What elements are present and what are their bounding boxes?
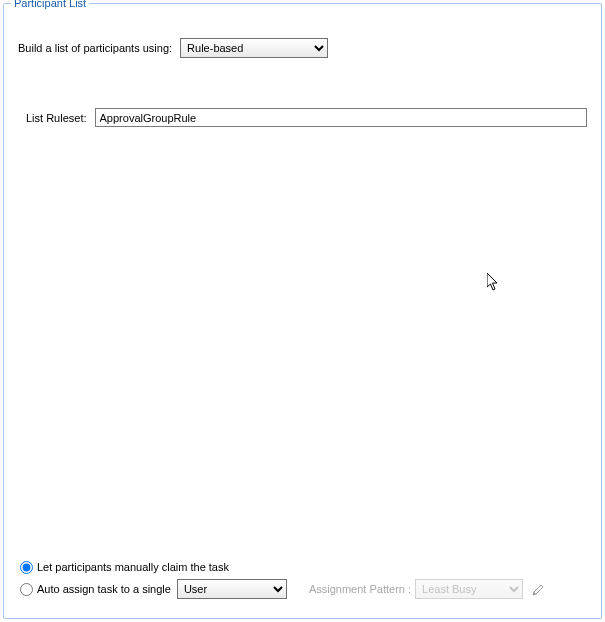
pencil-icon[interactable] bbox=[531, 582, 545, 596]
build-method-select[interactable]: Rule-based bbox=[180, 38, 328, 58]
auto-assign-radio[interactable] bbox=[20, 583, 33, 596]
manual-claim-label: Let participants manually claim the task bbox=[37, 561, 229, 573]
auto-assign-row: Auto assign task to a single User Assign… bbox=[20, 578, 585, 600]
build-method-row: Build a list of participants using: Rule… bbox=[18, 38, 587, 58]
ruleset-row: List Ruleset: bbox=[26, 108, 587, 127]
fieldset-legend: Participant List bbox=[11, 0, 89, 9]
participant-list-fieldset: Participant List Build a list of partici… bbox=[3, 3, 602, 619]
auto-assign-target-select[interactable]: User bbox=[177, 579, 287, 599]
assignment-options: Let participants manually claim the task… bbox=[20, 556, 585, 600]
ruleset-input[interactable] bbox=[95, 108, 587, 127]
assignment-pattern-select: Least Busy bbox=[415, 579, 523, 599]
assignment-pattern-label: Assignment Pattern : bbox=[309, 583, 411, 595]
auto-assign-label: Auto assign task to a single bbox=[37, 583, 171, 595]
manual-claim-radio[interactable] bbox=[20, 561, 33, 574]
ruleset-label: List Ruleset: bbox=[26, 112, 87, 124]
build-method-label: Build a list of participants using: bbox=[18, 42, 172, 54]
manual-claim-row: Let participants manually claim the task bbox=[20, 556, 585, 578]
